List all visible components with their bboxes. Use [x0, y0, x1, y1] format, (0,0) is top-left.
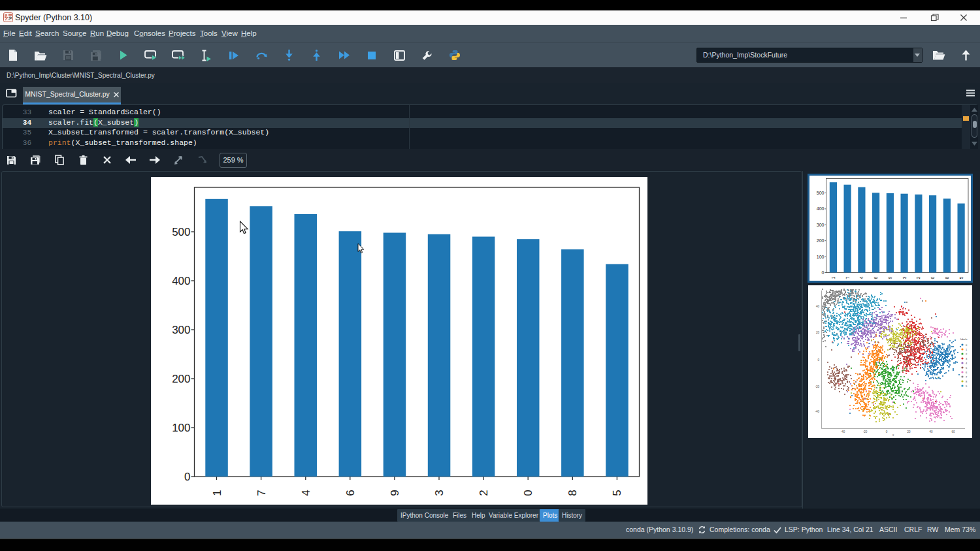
svg-text:3: 3: [433, 490, 446, 496]
svg-text:40: 40: [929, 430, 933, 433]
svg-text:6: 6: [344, 490, 356, 496]
svg-text:8: 8: [566, 490, 579, 496]
svg-text:2: 2: [916, 276, 921, 279]
svg-text:400: 400: [817, 206, 825, 211]
svg-text:7: 7: [255, 490, 267, 496]
svg-text:-20: -20: [863, 430, 868, 433]
svg-text:200: 200: [172, 373, 190, 385]
svg-text:4: 4: [859, 276, 864, 279]
svg-text:2: 2: [478, 490, 490, 496]
svg-text:0: 0: [184, 471, 190, 483]
svg-text:1: 1: [210, 490, 223, 496]
svg-text:-40: -40: [841, 430, 845, 433]
svg-text:500: 500: [172, 226, 190, 238]
svg-text:500: 500: [817, 191, 825, 195]
svg-text:0: 0: [522, 490, 534, 496]
svg-text:-40: -40: [815, 410, 819, 413]
svg-text:300: 300: [817, 223, 825, 227]
svg-text:100: 100: [817, 255, 825, 259]
svg-text:20: 20: [816, 331, 820, 334]
svg-text:300: 300: [172, 324, 190, 336]
svg-text:40: 40: [816, 305, 820, 308]
svg-text:0: 0: [822, 270, 825, 275]
svg-text:-20: -20: [815, 385, 819, 388]
svg-text:5: 5: [611, 490, 623, 496]
svg-text:3: 3: [902, 276, 907, 279]
svg-text:7: 7: [845, 276, 850, 279]
svg-text:60: 60: [951, 430, 955, 433]
svg-text:400: 400: [172, 275, 190, 287]
svg-text:5: 5: [959, 276, 964, 279]
svg-text:1: 1: [831, 276, 836, 279]
svg-text:labels: labels: [960, 338, 967, 341]
svg-text:20: 20: [907, 430, 911, 433]
svg-text:100: 100: [172, 422, 190, 434]
svg-text:9: 9: [388, 490, 400, 496]
svg-text:4: 4: [299, 490, 312, 496]
svg-text:0: 0: [930, 276, 935, 279]
svg-text:8: 8: [945, 276, 949, 279]
svg-text:9: 9: [888, 276, 892, 279]
svg-text:6: 6: [874, 276, 878, 279]
svg-text:200: 200: [817, 238, 825, 243]
